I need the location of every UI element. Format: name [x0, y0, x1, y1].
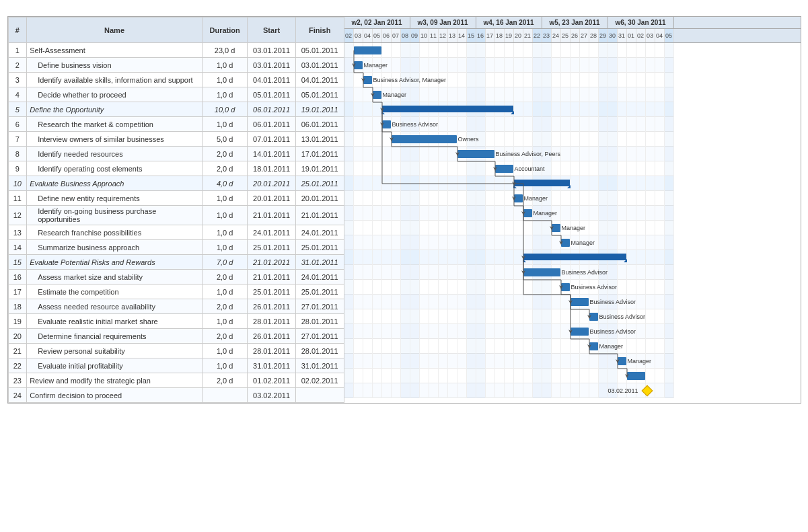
- table-row-name: Identify on-going business purchase oppo…: [27, 206, 203, 225]
- header-name: Name: [27, 17, 203, 43]
- gantt-bar: [523, 254, 626, 260]
- table-row-finish: 06.01.2011: [295, 117, 344, 132]
- table-row-start: 01.02.2011: [248, 373, 296, 388]
- day-header-cell: 15: [467, 29, 476, 42]
- table-row-num: 14: [8, 240, 27, 255]
- day-header-cell: 07: [392, 29, 401, 42]
- gantt-bar: [561, 283, 570, 291]
- gantt-bar: [589, 342, 598, 350]
- chart-row: [344, 206, 674, 221]
- header-duration: Duration: [202, 17, 247, 43]
- table-row-finish: 17.01.2011: [295, 147, 344, 161]
- day-header-cell: 05: [373, 29, 382, 42]
- gantt-bar: [382, 120, 391, 128]
- gantt-bar-label: Manager: [599, 342, 624, 350]
- table-row-finish: 20.01.2011: [295, 191, 344, 206]
- table-row-duration: 1,0 d: [202, 240, 247, 255]
- day-header-cell: 09: [410, 29, 420, 42]
- table-row-duration: 1,0 d: [202, 284, 247, 299]
- gantt-bar: [514, 194, 523, 202]
- table-row-start: 04.01.2011: [248, 73, 296, 87]
- table-row-start: 21.01.2011: [248, 270, 296, 284]
- table-row-num: 20: [8, 329, 27, 344]
- table-row-num: 24: [8, 388, 27, 403]
- table-row-duration: 4,0 d: [202, 176, 247, 191]
- table-row-finish: [295, 388, 344, 403]
- table-row-finish: 25.01.2011: [295, 240, 344, 255]
- table-row-duration: 1,0 d: [202, 87, 247, 102]
- table-row-num: 15: [8, 255, 27, 270]
- chart-row: [344, 221, 674, 235]
- table-row-name: Self-Assessment: [27, 43, 203, 58]
- day-header-cell: 23: [542, 29, 552, 42]
- table-row-num: 18: [8, 299, 27, 314]
- day-header-cell: 04: [363, 29, 373, 42]
- gantt-bar: [363, 76, 372, 84]
- table-row-duration: 1,0 d: [202, 358, 247, 373]
- gantt-bar: [514, 180, 570, 186]
- week-header-cell: w6, 30 Jan 2011: [608, 17, 674, 28]
- table-row-finish: 13.01.2011: [295, 132, 344, 147]
- table-row-finish: 25.01.2011: [295, 284, 344, 299]
- gantt-bar-label: Manager: [571, 239, 595, 247]
- day-header-cell: 03: [646, 29, 655, 42]
- table-row-name: Interview owners of similar businesses: [27, 132, 203, 147]
- table-row-duration: [202, 388, 247, 403]
- table-row-num: 7: [8, 132, 27, 147]
- table-row-finish: 24.01.2011: [295, 225, 344, 240]
- table-row-num: 22: [8, 358, 27, 373]
- day-header-cell: 17: [486, 29, 495, 42]
- day-header-cell: 11: [429, 29, 439, 42]
- gantt-bar: [382, 106, 513, 112]
- gantt-bar: [354, 61, 363, 69]
- table-row-start: 06.01.2011: [248, 117, 296, 132]
- day-header-cell: 08: [401, 29, 410, 42]
- table-row-start: 20.01.2011: [248, 191, 296, 206]
- table-row-finish: 05.01.2011: [295, 87, 344, 102]
- day-header-cell: 12: [439, 29, 448, 42]
- gantt-bar-label: Business Advisor: [562, 268, 608, 276]
- table-row-finish: 27.01.2011: [295, 299, 344, 314]
- table-row-duration: 5,0 d: [202, 132, 247, 147]
- day-header-cell: 19: [505, 29, 514, 42]
- chart-row: [344, 191, 674, 206]
- table-row-finish: 28.01.2011: [295, 314, 344, 329]
- week-header-cell: w4, 16 Jan 2011: [476, 17, 542, 28]
- table-row-num: 10: [8, 176, 27, 191]
- table-row-num: 19: [8, 314, 27, 329]
- table-row-start: 20.01.2011: [248, 176, 296, 191]
- gantt-bar: [589, 313, 598, 321]
- table-row-start: 06.01.2011: [248, 102, 296, 117]
- day-header-cell: 18: [495, 29, 505, 42]
- table-row-finish: 31.01.2011: [295, 358, 344, 373]
- chart-row: [344, 339, 674, 354]
- table-row-finish: 05.01.2011: [295, 43, 344, 58]
- chart-row: [344, 280, 674, 295]
- day-header-cell: 22: [533, 29, 542, 42]
- table-row-start: 26.01.2011: [248, 329, 296, 344]
- table-row-start: 05.01.2011: [248, 87, 296, 102]
- table-row-name: Identify available skills, information a…: [27, 73, 203, 87]
- gantt-bar-label: Business Advisor, Manager: [373, 76, 447, 84]
- table-row-name: Evaluate Potential Risks and Rewards: [27, 255, 203, 270]
- gantt-bar-label: Manager: [628, 357, 652, 365]
- week-header-cell: w2, 02 Jan 2011: [344, 17, 410, 28]
- table-row-num: 17: [8, 284, 27, 299]
- day-header-cell: 13: [448, 29, 457, 42]
- table-row-num: 12: [8, 206, 27, 225]
- gantt-bar: [495, 165, 513, 173]
- table-row-finish: 21.01.2011: [295, 206, 344, 225]
- day-header-cell: 14: [457, 29, 467, 42]
- day-header-cell: 06: [382, 29, 392, 42]
- table-row-num: 13: [8, 225, 27, 240]
- table-row-name: Evaluate initial profitability: [27, 358, 203, 373]
- chart-row: [344, 235, 674, 250]
- table-row-finish: 28.01.2011: [295, 344, 344, 358]
- table-row-num: 1: [8, 43, 27, 58]
- table-row-duration: 23,0 d: [202, 43, 247, 58]
- table-row-name: Estimate the competition: [27, 284, 203, 299]
- gantt-bar: [627, 372, 645, 380]
- table-row-finish: 25.01.2011: [295, 176, 344, 191]
- table-row-name: Decide whether to proceed: [27, 87, 203, 102]
- table-row-name: Confirm decision to proceed: [27, 388, 203, 403]
